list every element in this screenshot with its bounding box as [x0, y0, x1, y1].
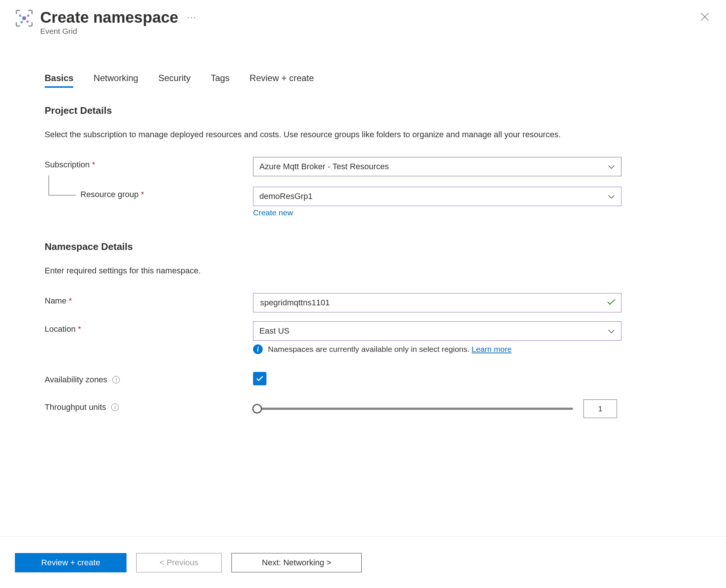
indent-line: [48, 176, 76, 196]
previous-button[interactable]: < Previous: [136, 553, 222, 572]
required-indicator: *: [78, 324, 81, 334]
tabs: Basics Networking Security Tags Review +…: [45, 73, 681, 88]
tab-basics[interactable]: Basics: [45, 73, 73, 88]
label-location: Location: [45, 324, 76, 334]
learn-more-link[interactable]: Learn more: [471, 345, 511, 353]
availability-zones-checkbox[interactable]: [253, 372, 266, 385]
name-input-wrapper: [253, 293, 621, 312]
label-resource-group: Resource group: [80, 190, 139, 199]
close-button[interactable]: [700, 12, 710, 23]
section-desc-project: Select the subscription to manage deploy…: [45, 128, 588, 141]
resource-group-value: demoResGrp1: [259, 192, 313, 201]
required-indicator: *: [92, 160, 95, 170]
page-title: Create namespace: [40, 9, 178, 26]
label-availability-zones: Availability zones: [45, 375, 107, 385]
subscription-value: Azure Mqtt Broker - Test Resources: [259, 162, 389, 171]
section-title-namespace: Namespace Details: [45, 241, 681, 253]
chevron-down-icon: [608, 192, 615, 201]
location-value: East US: [259, 326, 290, 336]
label-throughput-units: Throughput units: [45, 402, 106, 412]
resource-group-dropdown[interactable]: demoResGrp1: [253, 187, 621, 206]
required-indicator: *: [141, 190, 144, 199]
subscription-dropdown[interactable]: Azure Mqtt Broker - Test Resources: [253, 157, 621, 176]
page-subtitle: Event Grid: [40, 27, 711, 36]
close-icon: [700, 12, 710, 22]
throughput-value[interactable]: 1: [583, 399, 617, 418]
info-icon[interactable]: i: [111, 404, 119, 411]
chevron-down-icon: [608, 326, 615, 336]
section-desc-namespace: Enter required settings for this namespa…: [45, 264, 588, 277]
name-input[interactable]: [259, 293, 615, 312]
throughput-slider[interactable]: [253, 408, 573, 410]
section-title-project: Project Details: [45, 105, 681, 116]
info-icon: i: [253, 344, 263, 354]
slider-thumb[interactable]: [252, 404, 262, 414]
more-actions-button[interactable]: ···: [187, 13, 196, 22]
info-icon[interactable]: i: [112, 376, 120, 383]
location-info-banner: i Namespaces are currently available onl…: [253, 344, 621, 354]
chevron-down-icon: [608, 162, 615, 171]
next-button[interactable]: Next: Networking >: [231, 553, 362, 572]
review-create-button[interactable]: Review + create: [15, 553, 127, 572]
create-new-link[interactable]: Create new: [253, 208, 293, 217]
required-indicator: *: [69, 296, 72, 306]
tab-tags[interactable]: Tags: [211, 73, 230, 88]
check-icon: [607, 298, 616, 308]
label-name: Name: [45, 296, 67, 306]
label-subscription: Subscription: [45, 160, 90, 170]
check-icon: [256, 375, 264, 382]
event-grid-icon: [15, 9, 33, 28]
location-dropdown[interactable]: East US: [253, 321, 621, 341]
page-header: Create namespace ··· Event Grid: [0, 0, 726, 36]
tab-review-create[interactable]: Review + create: [250, 73, 314, 88]
wizard-footer: Review + create < Previous Next: Network…: [0, 536, 726, 588]
tab-security[interactable]: Security: [158, 73, 191, 88]
location-info-text: Namespaces are currently available only …: [268, 345, 470, 353]
tab-networking[interactable]: Networking: [93, 73, 138, 88]
